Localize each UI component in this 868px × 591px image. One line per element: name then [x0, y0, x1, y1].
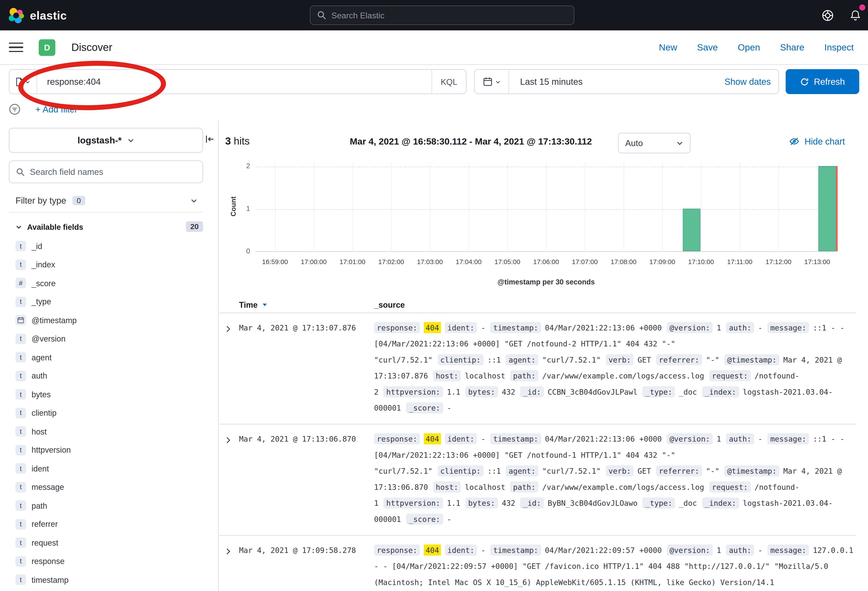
expand-row-button[interactable] — [222, 323, 234, 335]
share-button[interactable]: Share — [780, 42, 804, 53]
global-search-input[interactable]: Search Elastic — [310, 6, 574, 25]
field-item-@version[interactable]: t@version — [0, 329, 218, 348]
field-item-clientip[interactable]: tclientip — [0, 404, 218, 423]
source-field-badge: referrer: — [656, 354, 702, 365]
date-quick-menu-button[interactable] — [475, 70, 509, 94]
available-fields-count-badge: 20 — [186, 222, 203, 232]
field-item-request[interactable]: trequest — [0, 533, 218, 552]
filter-icon[interactable] — [9, 103, 21, 115]
field-item-referrer[interactable]: treferrer — [0, 515, 218, 533]
x-tick-label: 17:05:00 — [485, 258, 530, 266]
expand-row-button[interactable] — [222, 434, 234, 446]
field-item-path[interactable]: tpath — [0, 496, 218, 515]
field-item-_index[interactable]: t_index — [0, 256, 218, 274]
field-name: _score — [32, 279, 56, 288]
table-row: Mar 4, 2021 @ 17:13:06.870response:404id… — [219, 424, 856, 536]
field-item-_score[interactable]: #_score — [0, 274, 218, 293]
brand-wordmark: elastic — [30, 9, 67, 22]
x-tick-label: 17:11:00 — [718, 258, 762, 266]
x-tick-label: 17:07:00 — [563, 258, 607, 266]
vertical-gridline — [353, 162, 353, 252]
text-field-icon: t — [15, 259, 26, 270]
vertical-gridline — [817, 162, 818, 252]
x-tick-label: 17:02:00 — [369, 258, 413, 266]
number-field-icon: # — [15, 278, 26, 289]
field-item-_id[interactable]: t_id — [0, 237, 218, 256]
elastic-brand[interactable]: elastic — [0, 7, 67, 24]
inspect-button[interactable]: Inspect — [824, 42, 853, 53]
add-filter-button[interactable]: + Add filter — [35, 104, 77, 114]
field-name: response — [32, 557, 65, 566]
source-field-badge: timestamp: — [490, 433, 541, 445]
source-field-badge: request: — [709, 482, 751, 492]
source-value: GET — [638, 355, 651, 364]
interval-select[interactable]: Auto — [618, 133, 691, 154]
available-fields-header[interactable]: Available fields 20 — [9, 222, 203, 232]
x-tick-label: 17:12:00 — [756, 258, 801, 266]
field-item-auth[interactable]: tauth — [0, 366, 218, 385]
text-field-icon: t — [15, 463, 26, 474]
column-header-time[interactable]: Time — [239, 300, 258, 309]
field-item-host[interactable]: thost — [0, 423, 218, 441]
source-value: 04/Mar/2021:22:13:06 +0000 — [545, 434, 662, 443]
field-item-bytes[interactable]: tbytes — [0, 385, 218, 404]
field-item-message[interactable]: tmessage — [0, 478, 218, 496]
field-name: httpversion — [32, 446, 71, 454]
source-value: 432 — [502, 499, 515, 508]
deployment-icon[interactable] — [822, 9, 834, 21]
column-header-source: _source — [374, 300, 405, 309]
x-tick-label: 17:10:00 — [679, 258, 723, 266]
open-button[interactable]: Open — [738, 42, 760, 53]
source-value: - — [481, 323, 485, 332]
filter-by-type-select[interactable]: Filter by type 0 — [9, 189, 203, 213]
query-input[interactable]: response:404 KQL — [9, 69, 466, 94]
filter-bar: + Add filter — [0, 98, 868, 121]
query-language-button[interactable]: KQL — [431, 70, 466, 94]
new-button[interactable]: New — [659, 42, 677, 53]
save-button[interactable]: Save — [697, 42, 718, 53]
chevron-down-icon — [15, 223, 22, 230]
menu-hamburger-icon[interactable] — [9, 43, 23, 52]
time-range-value[interactable]: Last 15 minutes — [509, 77, 724, 87]
main-content: 3 hits Mar 4, 2021 @ 16:58:30.112 - Mar … — [219, 121, 868, 591]
text-field-icon: t — [15, 445, 26, 455]
alerts-bell-icon[interactable] — [849, 9, 862, 21]
horizontal-gridline — [255, 167, 837, 167]
x-tick-label: 17:09:00 — [640, 258, 685, 266]
app-actions: New Save Open Share Inspect — [659, 42, 868, 53]
text-field-icon: t — [15, 519, 26, 529]
field-search-input[interactable]: Search field names — [9, 161, 203, 183]
source-value: /var/www/example.com/logs/access.log — [542, 371, 704, 380]
vertical-gridline — [275, 162, 276, 252]
collapse-sidebar-icon[interactable] — [205, 134, 215, 144]
source-value: localhost — [465, 483, 505, 491]
show-dates-button[interactable]: Show dates — [724, 77, 778, 87]
table-row: Mar 4, 2021 @ 17:13:07.876response:404id… — [219, 313, 856, 424]
field-item-@timestamp[interactable]: @timestamp — [0, 311, 218, 329]
source-field-badge: host: — [433, 370, 461, 381]
histogram-bar[interactable] — [818, 166, 836, 251]
source-value: 1 — [717, 323, 721, 332]
source-value: - — [481, 546, 485, 554]
expand-row-button[interactable] — [222, 545, 234, 557]
vertical-gridline — [779, 162, 779, 252]
field-name: _index — [32, 260, 55, 269]
field-list: t_idt_index#_scoret_type@timestampt@vers… — [0, 237, 218, 591]
index-pattern-select[interactable]: logstash-* — [9, 128, 203, 153]
histogram-bar[interactable] — [682, 209, 700, 251]
field-item-httpversion[interactable]: thttpversion — [0, 441, 218, 459]
field-item-ident[interactable]: tident — [0, 459, 218, 478]
sort-desc-icon[interactable] — [261, 302, 267, 308]
saved-query-menu-button[interactable] — [9, 70, 37, 94]
field-item-response[interactable]: tresponse — [0, 552, 218, 570]
source-field-badge: bytes: — [465, 498, 498, 509]
x-tick-label: 17:03:00 — [408, 258, 452, 266]
query-text[interactable]: response:404 — [37, 77, 432, 87]
field-item-timestamp[interactable]: ttimestamp — [0, 570, 218, 589]
global-header: elastic Search Elastic — [0, 0, 868, 31]
field-item-agent[interactable]: tagent — [0, 348, 218, 367]
refresh-button[interactable]: Refresh — [786, 69, 859, 94]
field-item-_type[interactable]: t_type — [0, 293, 218, 311]
hide-chart-button[interactable]: Hide chart — [789, 136, 845, 147]
space-avatar[interactable]: D — [39, 39, 55, 56]
